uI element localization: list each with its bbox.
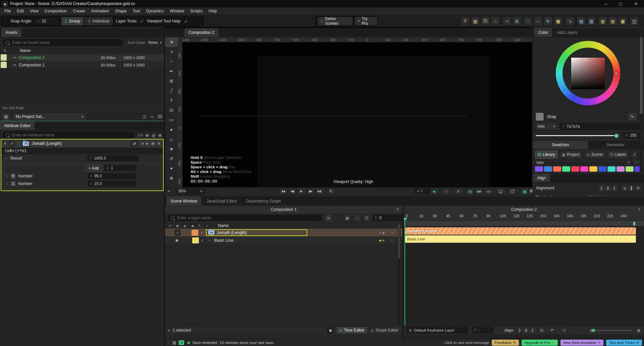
text-tool[interactable]: T <box>165 96 178 105</box>
try-pro-button[interactable]: ⚡Try Pro <box>355 17 377 25</box>
tab-swatches[interactable]: Swatches <box>533 141 588 149</box>
filter-labels-button[interactable]: ❐Labels <box>607 151 629 159</box>
new-beta-button[interactable]: New Beta Available❉ <box>560 340 604 346</box>
connect-arrow-icon[interactable]: ⇢ <box>502 17 511 25</box>
chevron-down-icon[interactable]: ▾ <box>628 160 630 165</box>
layer-filter-field[interactable]: F0 <box>373 215 402 221</box>
tab-viewport-composition-2[interactable]: Composition 2 <box>184 28 218 37</box>
color-swatch[interactable] <box>626 166 634 172</box>
color-swatch[interactable] <box>562 166 570 172</box>
collapse-chevron-icon[interactable]: ▾ <box>4 141 6 146</box>
asset-color-chip[interactable] <box>1 62 7 68</box>
eye-icon[interactable]: ◉ <box>174 224 181 228</box>
expand-arrow-icon[interactable]: ▹ <box>450 189 451 192</box>
add-count-field[interactable]: #1 <box>104 165 137 171</box>
speaker-icon[interactable]: ◀ <box>189 224 196 228</box>
filter-scene-button[interactable]: ▭Scene <box>584 151 605 159</box>
align-bottom-icon[interactable]: ╧ <box>635 185 642 192</box>
graph-editor-button[interactable]: ∠Graph Editor <box>369 327 400 334</box>
tab-generator[interactable]: Generator <box>588 141 643 149</box>
grid-toggle-icon[interactable]: # <box>454 188 462 195</box>
number-field-1[interactable]: #15.0 <box>88 181 136 187</box>
duplicator-icon[interactable]: ⠿ <box>461 17 470 25</box>
in-handle-icon[interactable]: ◀ <box>379 239 381 242</box>
jump-start-button[interactable]: ▮◀ <box>279 188 287 194</box>
layer-list-scrollbar[interactable] <box>398 224 400 325</box>
timeline-bar-basic-line[interactable]: Basic Line <box>405 235 636 243</box>
select-tool[interactable]: ➤ <box>165 37 178 47</box>
tab-color[interactable]: Color <box>534 28 552 37</box>
snap-keys-icon[interactable]: ⊣ <box>560 327 568 334</box>
expand-arrow-icon[interactable]: ▹ <box>504 189 506 192</box>
menu-composition[interactable]: Composition <box>42 9 70 13</box>
artboard-tool[interactable]: ⊡ <box>165 105 178 115</box>
eyedropper-button[interactable]: ✎ <box>628 112 637 121</box>
lock-icon[interactable]: ⊓ <box>166 224 174 228</box>
tab-javascript-editor[interactable]: JavaScript Editor <box>202 196 241 206</box>
audio-toggle-icon[interactable]: ◀) <box>430 188 438 195</box>
menu-help[interactable]: Help <box>206 9 220 13</box>
step-back-button[interactable]: ◀▮ <box>288 188 297 194</box>
project-board-icon[interactable]: ▤ <box>1 112 11 121</box>
number-field-0[interactable]: #96.0 <box>88 173 136 179</box>
time-editor-button[interactable]: ☰Time Editor <box>336 327 367 334</box>
asset-eyedropper-icon[interactable]: ✎ <box>3 49 6 53</box>
timeline-bar-jsmath[interactable]: Jsmath [Length] <box>405 227 636 235</box>
node-graph-icon[interactable]: ⇄ <box>130 140 139 147</box>
color-swatch[interactable] <box>580 166 588 172</box>
rectangle-tool[interactable]: ▭ <box>165 115 178 125</box>
hue-picker-dot[interactable] <box>614 72 618 75</box>
target-icon[interactable]: ◎ <box>152 133 155 138</box>
tab-dependency-graph[interactable]: Dependency Graph <box>242 196 285 206</box>
expand-arrow-icon[interactable]: ▹ <box>568 329 570 332</box>
align-left-icon[interactable]: ╞ <box>598 185 605 192</box>
tab-scene-window[interactable]: Scene Window <box>166 196 201 206</box>
timeline-zoom-handle[interactable] <box>592 329 595 332</box>
hue-wheel[interactable] <box>556 41 620 105</box>
save-reminder-message[interactable]: Save reminder: 10 minutes since your las… <box>192 341 274 345</box>
stack-left-icon[interactable]: ▤ <box>577 17 586 25</box>
stagger-icon[interactable]: ≣ <box>513 17 521 25</box>
workarea-end-marker[interactable] <box>633 222 635 226</box>
menu-scripts[interactable]: Scripts <box>187 9 206 13</box>
color-panel-scrollbar[interactable] <box>640 28 643 172</box>
asset-name[interactable]: Composition 1 <box>19 63 45 67</box>
layer-color-chip[interactable] <box>192 230 198 236</box>
upgrade-to-pro-button[interactable]: Upgrade to Pro♛ <box>522 340 558 346</box>
add-number-button[interactable]: + Add <box>86 165 102 172</box>
saturation-square[interactable] <box>571 58 605 89</box>
color-mode-dropdown[interactable]: Hex▾ <box>535 122 558 130</box>
saturation-picker-dot[interactable] <box>584 58 588 61</box>
tab-align[interactable]: Align <box>533 174 550 182</box>
color-swatch[interactable] <box>607 166 615 172</box>
node-title[interactable]: Jsmath [Length] <box>32 141 61 146</box>
star-tool[interactable]: ★ <box>165 144 178 154</box>
menu-animation[interactable]: Animation <box>88 9 112 13</box>
demo-scenes-button[interactable]: ∷Demo Scenes <box>318 17 353 25</box>
viewport-canvas[interactable]: Hold S Direct Layer Selection Space Play… <box>182 42 532 187</box>
expand-arrow-icon[interactable]: ▹ <box>492 189 494 192</box>
cube-icon[interactable]: ◈ <box>181 224 189 228</box>
filter-sliders-icon[interactable]: ☷ <box>363 214 371 222</box>
timeline-ruler[interactable]: 0153045607590105120135150165180195210225… <box>404 213 644 221</box>
starburst-tool[interactable]: ✦ <box>165 164 178 173</box>
solo-circle-icon[interactable]: ○ <box>18 141 20 146</box>
asset-color-chip[interactable] <box>1 54 7 61</box>
alpha-slider-handle[interactable] <box>614 133 619 138</box>
arc-turn-icon[interactable]: ↻ <box>544 17 552 25</box>
align-middle-icon[interactable]: ╂ <box>628 185 635 192</box>
swatch-group-name[interactable]: new <box>536 160 544 165</box>
expand-arrow-icon[interactable]: ▹ <box>556 329 558 332</box>
loop-ring-icon[interactable]: ○ <box>391 231 393 234</box>
tab-add-layers[interactable]: Add Layers <box>553 28 582 37</box>
play-button[interactable]: ▶ <box>298 188 306 194</box>
polygon-tool[interactable]: ◇ <box>165 134 178 144</box>
spreadsheet-icon[interactable]: ▦ <box>554 17 562 25</box>
basic-line-shape[interactable] <box>201 116 466 116</box>
prev-node-icon[interactable]: ◀ <box>141 142 144 145</box>
next-message-link[interactable]: Click to see next message <box>444 341 489 345</box>
scrollbar-thumb[interactable] <box>640 37 643 114</box>
tips-and-tricks-button[interactable]: Tips and Tricks❋ <box>606 340 642 346</box>
expand-arrow-icon[interactable]: ▹ <box>517 189 518 192</box>
jsmath-node-header[interactable]: ▾ ✓ ○ JS Jsmath [Length] ⇄ ◀ ▶ ⊛ ✕ <box>1 139 163 148</box>
